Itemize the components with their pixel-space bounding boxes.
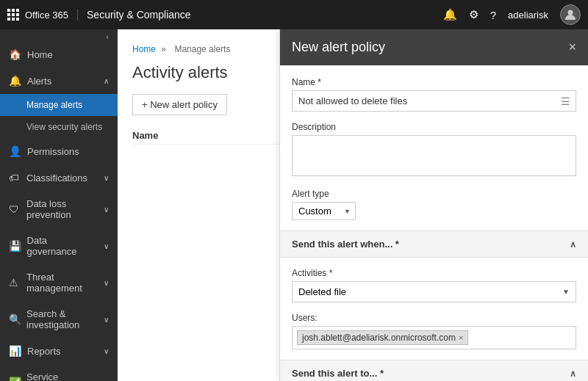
sidebar-item-manage-alerts[interactable]: Manage alerts	[0, 94, 118, 116]
name-label: Name *	[292, 77, 576, 87]
sidebar: ‹ 🏠 Home 🔔 Alerts ∧ Manage alerts View s…	[0, 29, 118, 381]
activities-label: Activities *	[292, 268, 576, 278]
section-title: Security & Compliance	[77, 9, 191, 21]
user-tag-remove[interactable]: ×	[459, 333, 463, 342]
avatar[interactable]	[560, 4, 581, 25]
sidebar-item-classifications[interactable]: 🏷 Classifications ∨	[0, 164, 118, 191]
sidebar-label-alerts: Alerts	[27, 76, 51, 87]
sidebar-item-search-investigation[interactable]: 🔍 Search & investigation ∨	[0, 301, 118, 338]
name-input-wrapper: ☰	[292, 90, 576, 112]
new-alert-policy-button[interactable]: + New alert policy	[132, 94, 227, 115]
data-governance-icon: 💾	[9, 240, 21, 252]
description-textarea[interactable]	[292, 135, 576, 176]
sidebar-label-view-security-alerts: View security alerts	[26, 122, 102, 132]
sidebar-item-view-security-alerts[interactable]: View security alerts	[0, 116, 118, 138]
users-form-group: Users: josh.ablett@adeliarisk.onmicrosof…	[292, 313, 576, 349]
sidebar-label-dlp: Data loss prevention	[26, 198, 98, 220]
sidebar-label-permissions: Permissions	[27, 146, 79, 157]
sidebar-item-alerts[interactable]: 🔔 Alerts ∧	[0, 68, 118, 94]
description-form-group: Description	[292, 122, 576, 178]
sidebar-item-data-loss-prevention[interactable]: 🛡 Data loss prevention ∨	[0, 191, 118, 228]
sidebar-item-service-assurance[interactable]: ✅ Service assurance ∨	[0, 364, 118, 381]
breadcrumb-home[interactable]: Home	[132, 44, 156, 54]
activity-dropdown-arrow-icon: ▼	[562, 288, 570, 296]
sidebar-label-service-assurance: Service assurance	[26, 371, 98, 381]
sidebar-label-manage-alerts: Manage alerts	[26, 100, 82, 110]
app-logo[interactable]: Office 365	[7, 9, 68, 21]
alert-type-select[interactable]: Custom Standard	[292, 202, 356, 220]
alerts-icon: 🔔	[9, 75, 21, 87]
home-icon: 🏠	[9, 48, 21, 60]
permissions-icon: 👤	[9, 145, 21, 157]
name-input[interactable]	[292, 90, 576, 112]
sidebar-item-permissions[interactable]: 👤 Permissions	[0, 138, 118, 164]
sidebar-label-reports: Reports	[27, 346, 61, 357]
panel-title: New alert policy	[292, 40, 385, 55]
breadcrumb-separator: »	[161, 44, 166, 54]
alert-type-label: Alert type	[292, 189, 576, 199]
top-nav-actions: 🔔 ⚙ ? adeliarisk	[443, 4, 581, 25]
sidebar-item-data-governance[interactable]: 💾 Data governance ∨	[0, 228, 118, 264]
chevron-down-reports-icon: ∨	[104, 347, 109, 355]
activities-form-group: Activities * Deleted file ▼	[292, 268, 576, 302]
reports-icon: 📊	[9, 345, 21, 357]
activity-select[interactable]: Deleted file ▼	[292, 281, 576, 302]
panel-close-button[interactable]: ×	[568, 40, 576, 55]
settings-icon[interactable]: ⚙	[469, 8, 478, 21]
top-navigation: Office 365 Security & Compliance 🔔 ⚙ ? a…	[0, 0, 588, 29]
clear-icon[interactable]: ☰	[561, 95, 570, 107]
sidebar-label-home: Home	[27, 49, 53, 60]
chevron-down-sa-icon: ∨	[104, 379, 109, 382]
chevron-up-send-when-icon: ∧	[570, 239, 576, 250]
sidebar-collapse-button[interactable]: ‹	[100, 32, 115, 41]
app-name: Office 365	[25, 10, 68, 21]
user-tag-value: josh.ablett@adeliarisk.onmicrosoft.com	[302, 333, 456, 343]
chevron-down-search-icon: ∨	[104, 316, 109, 324]
sidebar-label-threat: Threat management	[26, 272, 98, 294]
classifications-icon: 🏷	[9, 172, 21, 184]
chevron-down-dg-icon: ∨	[104, 242, 109, 250]
send-when-section[interactable]: Send this alert when... * ∧	[280, 231, 588, 258]
send-to-section[interactable]: Send this alert to... * ∧	[280, 360, 588, 381]
content-area: Home » Manage alerts Activity alerts + N…	[118, 29, 588, 381]
users-label: Users:	[292, 313, 576, 323]
search-icon: 🔍	[9, 313, 21, 325]
alert-type-select-wrapper: Custom Standard	[292, 202, 356, 220]
chevron-down-threat-icon: ∨	[104, 279, 109, 287]
chevron-up-send-to-icon: ∧	[570, 369, 576, 379]
sidebar-item-home[interactable]: 🏠 Home	[0, 41, 118, 68]
dlp-icon: 🛡	[9, 203, 21, 215]
send-to-label: Send this alert to... *	[292, 368, 384, 379]
help-icon[interactable]: ?	[490, 9, 496, 21]
threat-icon: ⚠	[9, 277, 21, 289]
sidebar-item-reports[interactable]: 📊 Reports ∨	[0, 338, 118, 364]
service-assurance-icon: ✅	[9, 377, 21, 381]
breadcrumb-current: Manage alerts	[174, 44, 230, 54]
bell-icon[interactable]: 🔔	[443, 8, 457, 21]
waffle-icon[interactable]	[7, 9, 19, 21]
send-when-label: Send this alert when... *	[292, 239, 399, 250]
sidebar-item-threat-management[interactable]: ⚠ Threat management ∨	[0, 264, 118, 301]
name-form-group: Name * ☰	[292, 77, 576, 112]
svg-point-0	[568, 10, 573, 15]
user-label[interactable]: adeliarisk	[508, 10, 548, 21]
user-tag: josh.ablett@adeliarisk.onmicrosoft.com ×	[297, 330, 468, 345]
panel-header: New alert policy ×	[280, 29, 588, 65]
sidebar-label-classifications: Classifications	[26, 173, 87, 184]
chevron-down-dlp-icon: ∨	[104, 206, 109, 214]
alert-type-form-group: Alert type Custom Standard	[292, 189, 576, 220]
activity-value: Deleted file	[298, 286, 346, 297]
description-label: Description	[292, 122, 576, 132]
chevron-down-icon: ∨	[104, 174, 109, 182]
chevron-up-icon: ∧	[104, 77, 109, 85]
panel-body: Name * ☰ Description Alert type	[280, 65, 588, 381]
sidebar-label-search: Search & investigation	[26, 308, 98, 330]
users-tag-input[interactable]: josh.ablett@adeliarisk.onmicrosoft.com ×	[292, 326, 576, 349]
sidebar-label-data-governance: Data governance	[27, 235, 98, 257]
new-alert-panel: New alert policy × Name * ☰ Description	[279, 29, 588, 381]
